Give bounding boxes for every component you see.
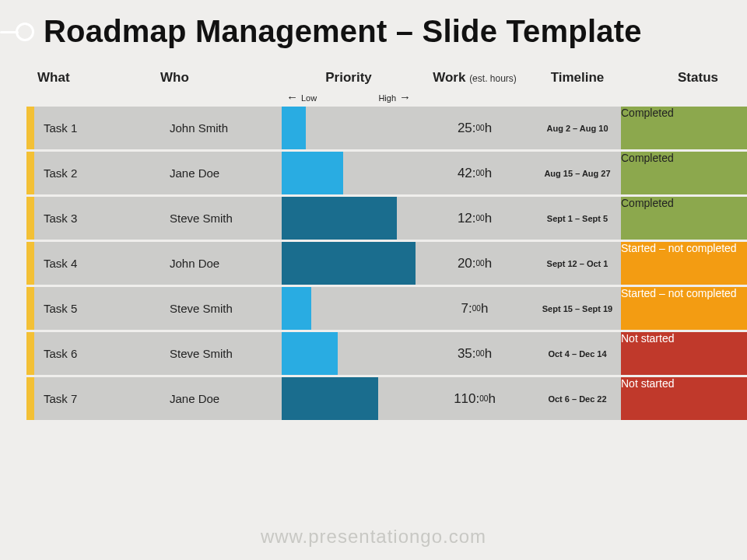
cell-who: Steve Smith <box>160 332 282 375</box>
table-row: Task 1John Smith25:00 hAug 2 – Aug 10Com… <box>26 107 721 149</box>
table-row: Task 2Jane Doe42:00 hAug 15 – Aug 27Comp… <box>26 152 721 194</box>
priority-low-label: Low <box>286 90 317 103</box>
header-work-label: Work <box>433 70 465 85</box>
header-timeline: Timeline <box>534 70 621 86</box>
cell-work: 110:00 h <box>416 377 534 420</box>
header-priority: Priority <box>282 70 416 86</box>
cell-priority <box>282 332 416 375</box>
table-body: Task 1John Smith25:00 hAug 2 – Aug 10Com… <box>26 107 721 420</box>
cell-status: Started – not completed <box>621 242 747 285</box>
cell-status: Not started <box>621 377 747 420</box>
cell-who: Jane Doe <box>160 377 282 420</box>
cell-what: Task 2 <box>34 152 160 194</box>
cell-timeline: Sept 12 – Oct 1 <box>534 242 621 285</box>
table-headers: What Who Priority Work (est. hours) Time… <box>26 62 721 90</box>
row-marker-icon <box>26 287 34 330</box>
cell-timeline: Sept 15 – Sept 19 <box>534 287 621 330</box>
table-row: Task 6Steve Smith35:00 hOct 4 – Dec 14No… <box>26 332 721 375</box>
cell-timeline: Oct 6 – Dec 22 <box>534 377 621 420</box>
priority-bar <box>282 107 306 149</box>
footer-url: www.presentationgo.com <box>0 526 747 548</box>
table-row: Task 4John Doe20:00 hSept 12 – Oct 1Star… <box>26 242 721 285</box>
header-status: Status <box>621 70 747 86</box>
cell-priority <box>282 107 416 149</box>
cell-priority <box>282 377 416 420</box>
header-who: Who <box>160 70 282 86</box>
cell-timeline: Aug 2 – Aug 10 <box>534 107 621 149</box>
priority-bar <box>282 152 343 194</box>
cell-status: Not started <box>621 332 747 375</box>
header-work: Work (est. hours) <box>416 70 534 86</box>
row-marker-icon <box>26 377 34 420</box>
cell-what: Task 3 <box>34 197 160 240</box>
cell-who: Jane Doe <box>160 152 282 194</box>
priority-bar <box>282 287 311 330</box>
cell-timeline: Aug 15 – Aug 27 <box>534 152 621 194</box>
title-bar: Roadmap Management – Slide Template <box>0 0 747 58</box>
priority-bar <box>282 332 338 375</box>
cell-work: 20:00 h <box>416 242 534 285</box>
table-row: Task 3Steve Smith12:00 hSept 1 – Sept 5C… <box>26 197 721 240</box>
priority-high-label: High <box>378 90 411 103</box>
roadmap-table: What Who Priority Work (est. hours) Time… <box>0 58 747 420</box>
cell-status: Completed <box>621 107 747 149</box>
cell-work: 7:00 h <box>416 287 534 330</box>
cell-priority <box>282 197 416 240</box>
cell-what: Task 5 <box>34 287 160 330</box>
row-marker-icon <box>26 107 34 149</box>
cell-who: John Doe <box>160 242 282 285</box>
cell-priority <box>282 242 416 285</box>
cell-work: 12:00 h <box>416 197 534 240</box>
cell-status: Completed <box>621 152 747 194</box>
title-marker-icon <box>0 14 44 50</box>
cell-priority <box>282 152 416 194</box>
cell-who: John Smith <box>160 107 282 149</box>
cell-timeline: Oct 4 – Dec 14 <box>534 332 621 375</box>
priority-bar <box>282 377 378 420</box>
cell-who: Steve Smith <box>160 287 282 330</box>
cell-who: Steve Smith <box>160 197 282 240</box>
cell-what: Task 4 <box>34 242 160 285</box>
cell-work: 42:00 h <box>416 152 534 194</box>
table-row: Task 5Steve Smith7:00 hSept 15 – Sept 19… <box>26 287 721 330</box>
cell-priority <box>282 287 416 330</box>
cell-status: Started – not completed <box>621 287 747 330</box>
row-marker-icon <box>26 152 34 194</box>
priority-scale: Low High <box>26 90 721 103</box>
header-what: What <box>34 70 160 86</box>
cell-what: Task 6 <box>34 332 160 375</box>
header-work-sub: (est. hours) <box>469 73 517 84</box>
row-marker-icon <box>26 332 34 375</box>
cell-what: Task 1 <box>34 107 160 149</box>
priority-bar <box>282 242 416 285</box>
table-row: Task 7Jane Doe110:00 hOct 6 – Dec 22Not … <box>26 377 721 420</box>
cell-timeline: Sept 1 – Sept 5 <box>534 197 621 240</box>
row-marker-icon <box>26 242 34 285</box>
cell-work: 25:00 h <box>416 107 534 149</box>
cell-work: 35:00 h <box>416 332 534 375</box>
priority-bar <box>282 197 397 240</box>
cell-status: Completed <box>621 197 747 240</box>
row-marker-icon <box>26 197 34 240</box>
cell-what: Task 7 <box>34 377 160 420</box>
page-title: Roadmap Management – Slide Template <box>44 14 642 49</box>
